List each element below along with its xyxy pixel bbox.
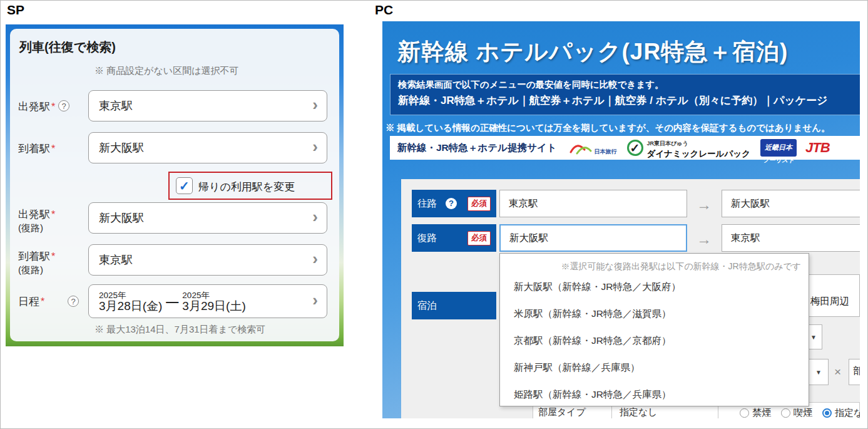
schedule-help-icon[interactable]: ?: [68, 296, 79, 307]
pc-screenshot: 新幹線 ホテルパック(JR特急＋宿泊) 検索結果画面で以下のメニューの最安値を同…: [382, 21, 860, 418]
return-station-checkbox-highlight: ✓ 帰りの利用駅を変更: [168, 172, 332, 200]
multiply-separator-icon: ×: [834, 365, 841, 379]
return-station-dropdown: ※選択可能な復路出発駅は以下の新幹線・JR特急駅のみです 新大阪駅（新幹線・JR…: [499, 253, 809, 406]
required-asterisk: *: [51, 209, 55, 220]
return-station-checkbox-label: 帰りの利用駅を変更: [198, 180, 295, 194]
return-station-checkbox[interactable]: ✓: [176, 177, 193, 194]
disclaimer-note: ※ 掲載している情報の正確性については万全を期していますが、その内容を保証するも…: [385, 122, 830, 134]
partner-bar-label: 新幹線・JR特急＋ホテル提携サイト: [397, 142, 557, 155]
dropdown-item-shin-kobe[interactable]: 新神戸駅（新幹線／兵庫県）: [500, 354, 809, 381]
jre-check-icon: ✓: [627, 140, 643, 156]
arrow-right-icon: →: [690, 196, 718, 214]
lodging-select-3[interactable]: 部: [849, 359, 860, 385]
dropdown-item-kyoto[interactable]: 京都駅（新幹線・JR特急／京都府）: [500, 328, 809, 354]
radio-no-smoking[interactable]: 禁煙: [740, 407, 771, 418]
chevron-right-icon: ›: [312, 292, 318, 311]
page-title: 新幹線 ホテルパック(JR特急＋宿泊): [397, 36, 788, 68]
required-asterisk: *: [51, 101, 55, 112]
departure-station-label: 出発駅*?: [18, 100, 69, 114]
outbound-from-input[interactable]: 東京駅: [499, 190, 687, 217]
required-asterisk: *: [41, 296, 44, 307]
card-bottom-note: ※ 最大13泊14日、7月31日着まで検索可: [94, 324, 265, 336]
info-line-1: 検索結果画面で以下のメニューの最安値を同時に比較できます。: [398, 79, 860, 91]
jtb-logo[interactable]: JTB: [805, 140, 830, 156]
inbound-from-input[interactable]: 新大阪駅: [499, 224, 687, 252]
return-arrival-station-label: 到着駅* (復路): [18, 249, 55, 276]
outbound-to-input[interactable]: 新大阪駅: [722, 190, 860, 217]
inbound-label: 復路 必須: [412, 224, 496, 252]
sp-pc-comparison-page: SP PC 列車(往復で検索) ※ 商品設定がない区間は選択不可 出発駅*? 東…: [0, 0, 868, 429]
schedule-end: 2025年 3月29日(土): [182, 289, 312, 314]
nippon-travel-agency-logo[interactable]: 日本旅行: [568, 140, 617, 156]
required-badge: 必須: [467, 197, 491, 211]
departure-station-field[interactable]: 東京駅 ›: [88, 90, 327, 121]
dropdown-item-shin-osaka[interactable]: 新大阪駅（新幹線・JR特急／大阪府）: [500, 274, 809, 301]
required-asterisk: *: [51, 143, 55, 154]
info-line-2: 新幹線・JR特急＋ホテル｜航空券＋ホテル｜航空券 / ホテル（別々に予約）｜パッ…: [398, 93, 860, 108]
return-departure-station-label: 出発駅* (復路): [18, 207, 55, 234]
outbound-label: 往路 ? 必須: [412, 190, 496, 217]
card-top-note: ※ 商品設定がない区間は選択不可: [94, 65, 239, 77]
return-arrival-station-field[interactable]: 東京駅 ›: [88, 244, 327, 276]
required-badge: 必須: [467, 231, 491, 246]
kinki-nippon-tourist-logo[interactable]: 近畿日本 ツーリスト: [760, 139, 797, 157]
help-icon[interactable]: ?: [58, 100, 69, 111]
arrow-right-icon: →: [690, 230, 718, 248]
comparison-info-box: 検索結果画面で以下のメニューの最安値を同時に比較できます。 新幹線・JR特急＋ホ…: [390, 74, 860, 115]
schedule-label: 日程*: [18, 294, 44, 309]
schedule-field[interactable]: 2025年 3月28日(金) ― 2025年 3月29日(土) ›: [88, 284, 327, 318]
inbound-to-input[interactable]: 東京駅: [722, 224, 860, 252]
pc-section-label: PC: [375, 3, 393, 18]
caret-down-icon: ▼: [815, 369, 822, 376]
radio-icon: [781, 408, 790, 418]
lodging-label: 宿泊: [412, 292, 496, 319]
lodging-area-value: 梅田周辺: [810, 295, 849, 308]
smoking-radio-group: 禁煙 喫煙 指定なし: [740, 407, 860, 418]
dropdown-item-maibara[interactable]: 米原駅（新幹線・JR特急／滋賀県）: [500, 301, 809, 328]
return-departure-station-field[interactable]: 新大阪駅 ›: [88, 202, 327, 234]
sp-screenshot: 列車(往復で検索) ※ 商品設定がない区間は選択不可 出発駅*? 東京駅 › 到…: [6, 24, 344, 346]
sp-section-label: SP: [7, 3, 24, 18]
chevron-right-icon: ›: [312, 96, 318, 115]
train-roundtrip-search-card: 列車(往復で検索) ※ 商品設定がない区間は選択不可 出発駅*? 東京駅 › 到…: [10, 29, 339, 341]
partner-sites-bar: 新幹線・JR特急＋ホテル提携サイト 日本旅行 ✓ JR東日本びゅう ダイナミック…: [390, 136, 860, 160]
jre-dynamic-rail-pack-logo[interactable]: ✓ JR東日本びゅう ダイナミックレールパック: [627, 137, 750, 158]
card-title: 列車(往復で検索): [19, 39, 116, 56]
chevron-right-icon: ›: [312, 251, 318, 269]
chevron-right-icon: ›: [312, 209, 318, 227]
outbound-help-icon[interactable]: ?: [446, 198, 457, 209]
arrival-station-label: 到着駅*: [18, 142, 55, 156]
radio-icon: [740, 408, 749, 418]
date-range-dash: ―: [166, 294, 178, 309]
radio-selected-icon: [822, 408, 832, 418]
dropdown-item-himeji[interactable]: 姫路駅（新幹線・JR特急／兵庫県）: [500, 381, 809, 408]
required-asterisk: *: [51, 251, 55, 262]
dropdown-note: ※選択可能な復路出発駅は以下の新幹線・JR特急駅のみです: [500, 254, 809, 274]
radio-none-selected[interactable]: 指定なし: [822, 407, 860, 418]
caret-down-icon: ▼: [810, 334, 817, 341]
nta-swoosh-icon: [568, 140, 593, 156]
arrival-station-field[interactable]: 新大阪駅 ›: [88, 132, 327, 163]
chevron-right-icon: ›: [312, 138, 318, 157]
schedule-start: 2025年 3月28日(金): [99, 289, 162, 314]
radio-smoking[interactable]: 喫煙: [781, 407, 812, 418]
